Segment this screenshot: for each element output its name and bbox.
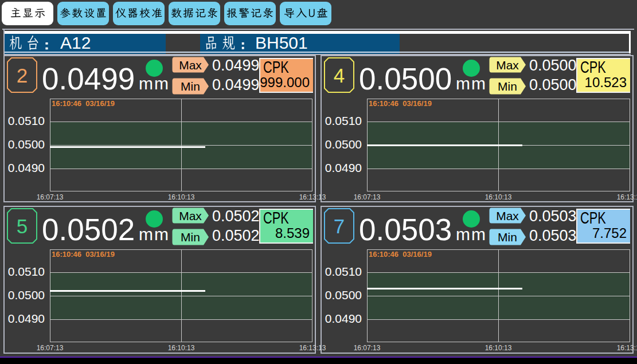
svg-text:Max: Max — [496, 209, 519, 222]
svg-text:Min: Min — [498, 230, 517, 244]
svg-text:Max: Max — [179, 58, 202, 72]
svg-text:5: 5 — [17, 215, 28, 237]
svg-text:Min: Min — [181, 80, 200, 93]
svg-text:7: 7 — [334, 215, 345, 237]
svg-text:2: 2 — [17, 64, 28, 87]
svg-text:Min: Min — [498, 80, 517, 93]
svg-text:4: 4 — [334, 64, 345, 87]
svg-text:Max: Max — [179, 209, 202, 222]
svg-text:Min: Min — [181, 230, 200, 244]
svg-text:Max: Max — [496, 58, 519, 72]
